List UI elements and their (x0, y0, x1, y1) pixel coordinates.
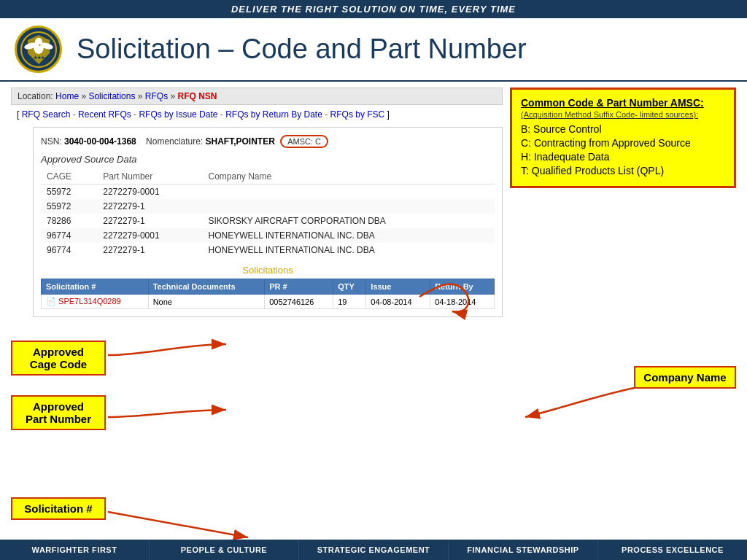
annotation-approved-part: ApprovedPart Number (11, 395, 106, 430)
company-name-cell: HONEYWELL INTERNATIONAL INC. DBA (202, 228, 495, 243)
annotation-cage-text: ApprovedCage Code (30, 346, 87, 370)
annotation-part-text: ApprovedPart Number (26, 400, 91, 425)
amsc-label: AMSC: (287, 137, 313, 146)
company-name-cell (202, 199, 495, 214)
amsc-value: C (315, 137, 321, 146)
cage-cell: 55972 (41, 199, 97, 214)
part-number-cell: 2272279-1 (97, 214, 202, 228)
breadcrumb-bar: Location: Home » Solicitations » RFQs » … (11, 88, 503, 105)
nomenclature-value: SHAFT,POINTER (206, 136, 275, 147)
callout-item-c: C: Contracting from Approved Source (521, 137, 725, 149)
sol-col-issue: Issue (366, 279, 430, 295)
footer-strategic: Strategic Engagement (299, 540, 449, 560)
main-content: Location: Home » Solicitations » RFQs » … (0, 82, 747, 329)
solicitations-table: Solicitation # Technical Documents PR # … (41, 279, 495, 309)
cage-cell: 78286 (41, 214, 97, 228)
annotation-solicitation-number: Solicitation # (11, 497, 106, 520)
cage-cell: 55972 (41, 184, 97, 200)
sol-number-cell: 📄 SPE7L314Q0289 (42, 295, 149, 309)
logo: ★★★ (15, 26, 62, 73)
issue-cell: 04-08-2014 (366, 295, 430, 309)
sol-col-qty: QTY (333, 279, 366, 295)
sol-col-docs: Technical Documents (148, 279, 265, 295)
approved-source-title: Approved Source Data (41, 154, 495, 165)
nav-rfqs-by-return[interactable]: RFQs by Return By Date (225, 109, 322, 120)
company-name-cell: HONEYWELL INTERNATIONAL INC. DBA (202, 243, 495, 257)
breadcrumb-sep3: » (171, 91, 178, 101)
qty-cell: 19 (333, 295, 366, 309)
footer-warfighter: Warfighter First (0, 540, 150, 560)
breadcrumb-current: RFQ NSN (178, 91, 217, 101)
top-banner-text: Deliver the right solution on time, ever… (231, 4, 516, 15)
col-company-name: Company Name (202, 169, 495, 184)
solicitations-section: Solicitations Solicitation # Technical D… (41, 265, 495, 309)
return-by-cell: 04-18-2014 (430, 295, 495, 309)
nav-bracket-open: [ (17, 109, 22, 120)
breadcrumb-solicitations[interactable]: Solicitations (88, 91, 135, 101)
nav-recent-rfqs[interactable]: Recent RFQs (78, 109, 131, 120)
nav-sep1: - (73, 109, 78, 120)
table-row: 📄 SPE7L314Q0289 None 0052746126 19 04-08… (42, 295, 495, 309)
col-cage: CAGE (41, 169, 97, 184)
sol-number-link[interactable]: 📄 SPE7L314Q0289 (46, 297, 121, 306)
nav-bracket-close: ] (387, 109, 390, 120)
cage-cell: 96774 (41, 228, 97, 243)
part-number-cell: 2272279-1 (97, 243, 202, 257)
callout-item-h: H: Inadequate Data (521, 151, 725, 163)
nomenclature-label: Nomenclature: (146, 136, 203, 147)
approved-source-table: CAGE Part Number Company Name 55972 2272… (41, 169, 495, 257)
callout-item-t: T: Qualified Products List (QPL) (521, 165, 725, 176)
table-row: 78286 2272279-1 SIKORSKY AIRCRAFT CORPOR… (41, 214, 495, 228)
amsc-badge: AMSC: C (280, 135, 328, 148)
breadcrumb-rfqs[interactable]: RFQs (145, 91, 168, 101)
browser-panel: Location: Home » Solicitations » RFQs » … (11, 88, 503, 323)
annotation-company-text: Company Name (643, 371, 726, 384)
page-title: Solicitation – Code and Part Number (77, 34, 527, 65)
callout-item-b: B: Source Control (521, 123, 725, 135)
col-part-number: Part Number (97, 169, 202, 184)
sol-col-pr: PR # (265, 279, 333, 295)
company-name-cell (202, 184, 495, 200)
callout-box: Common Code & Part Number AMSC: (Acquisi… (510, 88, 736, 188)
sol-col-return: Return By (430, 279, 495, 295)
breadcrumb-prefix: Location: (18, 91, 55, 101)
cage-cell: 96774 (41, 243, 97, 257)
annotation-company-name: Company Name (634, 366, 736, 389)
logo-inner: ★★★ (18, 29, 58, 69)
table-row: 96774 2272279-0001 HONEYWELL INTERNATION… (41, 228, 495, 243)
annotation-approved-cage: ApprovedCage Code (11, 341, 106, 376)
table-row: 96774 2272279-1 HONEYWELL INTERNATIONAL … (41, 243, 495, 257)
breadcrumb-sep2: » (138, 91, 145, 101)
company-name-cell: SIKORSKY AIRCRAFT CORPORATION DBA (202, 214, 495, 228)
nav-rfq-search[interactable]: RFQ Search (22, 109, 71, 120)
nav-rfqs-by-issue[interactable]: RFQs by Issue Date (139, 109, 217, 120)
tech-docs-cell: None (148, 295, 265, 309)
table-row: 55972 2272279-0001 (41, 184, 495, 200)
footer-people: People & Culture (150, 540, 299, 560)
sol-col-number: Solicitation # (42, 279, 149, 295)
top-banner: Deliver the right solution on time, ever… (0, 0, 747, 18)
solicitations-title: Solicitations (41, 265, 495, 276)
footer-financial: Financial Stewardship (449, 540, 598, 560)
breadcrumb-sep1: » (81, 91, 88, 101)
callout-title: Common Code & Part Number AMSC: (521, 97, 725, 109)
part-number-cell: 2272279-0001 (97, 228, 202, 243)
breadcrumb-home[interactable]: Home (55, 91, 79, 101)
pr-number-cell: 0052746126 (265, 295, 333, 309)
footer-process: Process Excellence (598, 540, 747, 560)
part-number-cell: 2272279-1 (97, 199, 202, 214)
nav-rfqs-by-fsc[interactable]: RFQs by FSC (330, 109, 385, 120)
header-area: ★★★ Solicitation – Code and Part Number (0, 18, 747, 82)
nsn-label: NSN: (41, 136, 62, 147)
nav-links: [ RFQ Search - Recent RFQs - RFQs by Iss… (11, 108, 503, 121)
table-row: 55972 2272279-1 (41, 199, 495, 214)
part-number-cell: 2272279-0001 (97, 184, 202, 200)
annotation-sol-text: Solicitation # (24, 502, 92, 515)
logo-eagle-icon: ★★★ (20, 31, 57, 68)
callout-subtitle: (Acquisition Method Suffix Code- limited… (521, 110, 725, 119)
approved-source-section: Approved Source Data CAGE Part Number Co… (41, 154, 495, 257)
svg-text:★★★: ★★★ (33, 55, 44, 60)
nsn-value: 3040-00-004-1368 (64, 136, 136, 147)
footer-bar: Warfighter First People & Culture Strate… (0, 540, 747, 560)
nsn-box: NSN: 3040-00-004-1368 Nomenclature: SHAF… (33, 127, 503, 317)
